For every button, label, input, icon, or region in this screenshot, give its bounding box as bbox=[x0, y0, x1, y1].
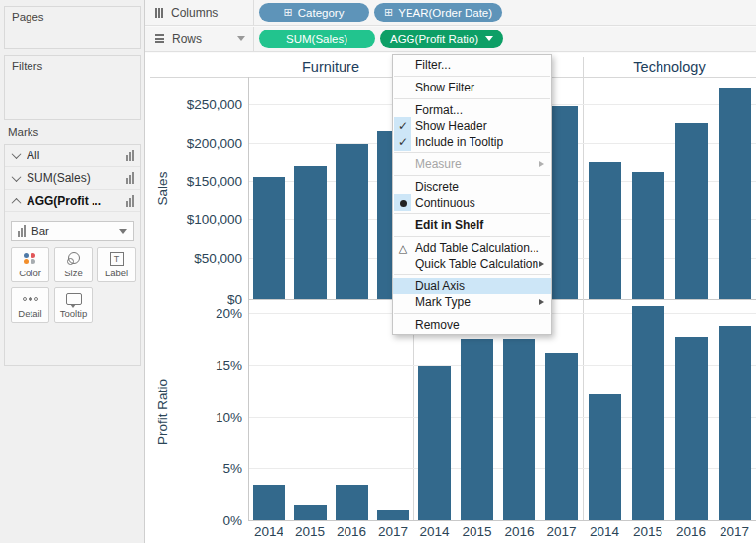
menu-separator bbox=[394, 213, 550, 214]
bar-mark[interactable] bbox=[675, 123, 708, 299]
bar-mark[interactable] bbox=[589, 394, 621, 520]
pill-context-menu: Filter...Show FilterFormat...✓Show Heade… bbox=[392, 54, 552, 335]
rows-shelf[interactable]: Rows SUM(Sales)AGG(Profit Ratio) bbox=[145, 27, 756, 52]
bar-mark[interactable] bbox=[336, 144, 368, 299]
menu-item-label: Show Header bbox=[415, 119, 487, 133]
profit-tick-label: 20% bbox=[156, 306, 242, 321]
menu-item-show-header[interactable]: ✓Show Header bbox=[393, 118, 551, 134]
bar-mark[interactable] bbox=[294, 166, 327, 299]
menu-item-include-in-tooltip[interactable]: ✓Include in Tooltip bbox=[393, 134, 551, 150]
menu-item-label: Show Filter bbox=[415, 81, 474, 94]
bar-mark[interactable] bbox=[589, 162, 621, 299]
color-button[interactable]: Color bbox=[11, 247, 49, 282]
pill-caret-icon[interactable] bbox=[485, 36, 493, 41]
mark-type-dropdown[interactable]: Bar bbox=[11, 221, 134, 241]
columns-shelf[interactable]: Columns ⊞Category⊞YEAR(Order Date) bbox=[145, 0, 756, 26]
x-axis-year-label[interactable]: 2016 bbox=[331, 524, 372, 539]
chevron-down-icon[interactable] bbox=[12, 150, 22, 159]
bar-mark[interactable] bbox=[545, 353, 578, 520]
marks-card-row-label: AGG(Profit ... bbox=[27, 194, 126, 208]
bar-mark[interactable] bbox=[632, 306, 664, 520]
sales-tick-label: $250,000 bbox=[156, 97, 242, 112]
columns-shelf-head: Columns bbox=[145, 0, 254, 25]
x-axis-year-label[interactable]: 2017 bbox=[713, 524, 756, 539]
submenu-arrow-icon bbox=[539, 261, 544, 267]
x-axis-year-label[interactable]: 2016 bbox=[669, 524, 713, 539]
bar-mark[interactable] bbox=[336, 485, 368, 520]
marks-label: Marks bbox=[8, 126, 38, 138]
x-axis-year-label[interactable]: 2015 bbox=[289, 524, 331, 539]
plus-box-icon[interactable]: ⊞ bbox=[284, 7, 293, 18]
sales-tick-label: $0 bbox=[156, 292, 242, 307]
bar-mark[interactable] bbox=[377, 510, 410, 520]
bar-mark[interactable] bbox=[294, 505, 327, 520]
filters-label: Filters bbox=[5, 56, 140, 72]
x-axis-year-label[interactable]: 2014 bbox=[248, 524, 289, 539]
bar-mark[interactable] bbox=[503, 339, 536, 520]
menu-item-format-[interactable]: Format... bbox=[393, 102, 551, 118]
pill-year-order-date-[interactable]: ⊞YEAR(Order Date) bbox=[374, 3, 502, 22]
x-axis-year-label[interactable]: 2016 bbox=[498, 524, 540, 539]
x-axis-year-label[interactable]: 2017 bbox=[540, 524, 583, 539]
profit-tick-label: 0% bbox=[156, 513, 242, 528]
bar-mark[interactable] bbox=[719, 88, 751, 299]
color-icon bbox=[24, 252, 36, 266]
rows-shelf-caret-icon[interactable] bbox=[237, 36, 245, 41]
rows-pill-track: SUM(Sales)AGG(Profit Ratio) bbox=[255, 27, 756, 51]
menu-item-continuous[interactable]: Continuous bbox=[393, 195, 551, 211]
size-button-label: Size bbox=[64, 268, 82, 278]
bar-mark[interactable] bbox=[418, 366, 451, 520]
pill-sum-sales-[interactable]: SUM(Sales) bbox=[259, 30, 375, 48]
chevron-down-icon[interactable] bbox=[12, 172, 22, 182]
menu-item-label: Continuous bbox=[415, 196, 475, 210]
bar-mark[interactable] bbox=[675, 337, 708, 520]
plus-box-icon[interactable]: ⊞ bbox=[384, 7, 393, 18]
bar-mark[interactable] bbox=[253, 485, 285, 520]
x-axis-year-label[interactable]: 2015 bbox=[456, 524, 498, 539]
menu-item-show-filter[interactable]: Show Filter bbox=[393, 80, 551, 95]
menu-item-discrete[interactable]: Discrete bbox=[393, 179, 551, 195]
tooltip-icon bbox=[66, 292, 82, 306]
menu-item-add-table-calculation-[interactable]: △Add Table Calculation... bbox=[393, 240, 551, 256]
menu-item-label: Remove bbox=[415, 318, 460, 332]
marks-card-list: AllSUM(Sales)AGG(Profit ... bbox=[5, 145, 140, 212]
menu-item-label: Mark Type bbox=[415, 295, 471, 309]
marks-card-row-label: SUM(Sales) bbox=[27, 171, 126, 185]
chevron-up-icon[interactable] bbox=[12, 197, 22, 207]
bar-mark[interactable] bbox=[461, 339, 493, 520]
x-axis-year-label[interactable]: 2014 bbox=[583, 524, 626, 539]
menu-item-quick-table-calculation[interactable]: Quick Table Calculation bbox=[393, 256, 551, 272]
bar-mark[interactable] bbox=[253, 177, 285, 299]
profit-ratio-axis-title: Profit Ratio bbox=[156, 368, 170, 456]
radio-dot-icon bbox=[394, 194, 411, 211]
marks-card-row-2[interactable]: AGG(Profit ... bbox=[5, 190, 140, 212]
menu-item-dual-axis[interactable]: Dual Axis bbox=[393, 278, 551, 294]
filters-shelf[interactable]: Filters bbox=[4, 55, 141, 120]
menu-item-remove[interactable]: Remove bbox=[393, 317, 551, 332]
menu-item-edit-in-shelf[interactable]: Edit in Shelf bbox=[393, 217, 551, 233]
sales-axis-title: Sales bbox=[156, 145, 170, 233]
x-axis-year-label[interactable]: 2015 bbox=[626, 524, 669, 539]
columns-icon bbox=[155, 8, 163, 18]
pages-shelf[interactable]: Pages bbox=[4, 6, 141, 49]
top-shelves: Columns ⊞Category⊞YEAR(Order Date) Rows … bbox=[145, 0, 756, 53]
menu-item-label: Include in Tooltip bbox=[415, 135, 503, 149]
marks-card-row-1[interactable]: SUM(Sales) bbox=[5, 167, 140, 190]
pill-agg-profit-ratio-[interactable]: AGG(Profit Ratio) bbox=[380, 30, 503, 48]
detail-button[interactable]: Detail bbox=[11, 287, 49, 323]
pill-category[interactable]: ⊞Category bbox=[259, 3, 369, 22]
x-axis-year-label[interactable]: 2014 bbox=[413, 524, 456, 539]
size-button[interactable]: Size bbox=[54, 247, 93, 282]
sales-tick-label: $50,000 bbox=[156, 251, 242, 266]
bar-mark[interactable] bbox=[632, 172, 664, 299]
left-sidebar: Pages Filters Marks AllSUM(Sales)AGG(Pro… bbox=[0, 0, 145, 543]
marks-card-row-0[interactable]: All bbox=[5, 145, 140, 167]
x-axis-year-label[interactable]: 2017 bbox=[372, 524, 413, 539]
menu-item-label: Discrete bbox=[415, 180, 459, 194]
menu-item-label: Edit in Shelf bbox=[415, 218, 483, 232]
menu-item-mark-type[interactable]: Mark Type bbox=[393, 294, 551, 310]
menu-item-filter-[interactable]: Filter... bbox=[393, 57, 551, 73]
tooltip-button[interactable]: Tooltip bbox=[54, 287, 93, 323]
label-button[interactable]: TLabel bbox=[97, 247, 136, 282]
bar-mark[interactable] bbox=[719, 326, 751, 520]
